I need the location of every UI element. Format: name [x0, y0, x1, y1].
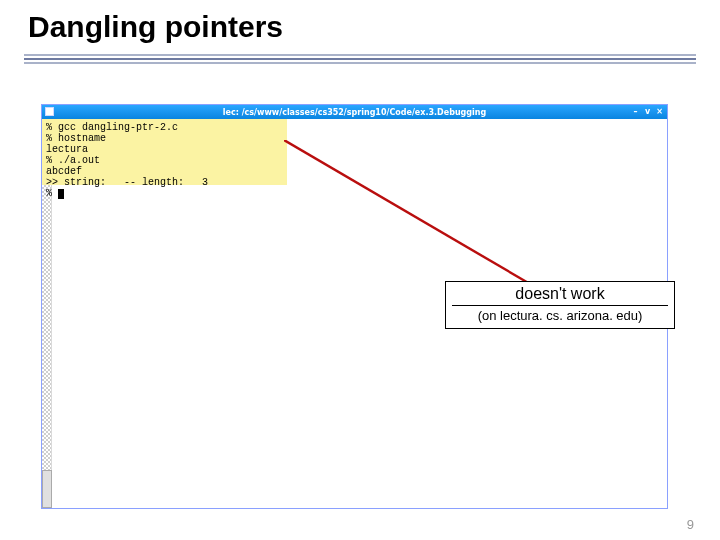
- window-close-button[interactable]: ×: [655, 107, 664, 116]
- window-restore-button[interactable]: v: [643, 107, 652, 116]
- window-title: lec: /cs/www/classes/cs352/spring10/Code…: [223, 108, 486, 117]
- title-underline: [24, 54, 696, 68]
- annotation-callout: doesn't work (on lectura. cs. arizona. e…: [445, 281, 675, 329]
- scrollbar-thumb[interactable]: [42, 470, 52, 508]
- slide-root: Dangling pointers lec: /cs/www/classes/c…: [0, 0, 720, 540]
- window-icon: [45, 107, 54, 116]
- window-buttons: – v ×: [631, 107, 664, 116]
- slide-title: Dangling pointers: [28, 10, 283, 44]
- callout-line2: (on lectura. cs. arizona. edu): [452, 308, 668, 323]
- callout-line1: doesn't work: [452, 285, 668, 306]
- page-number: 9: [687, 517, 694, 532]
- terminal-cursor-icon: [58, 189, 64, 199]
- terminal-text: % gcc dangling-ptr-2.c % hostname lectur…: [46, 122, 208, 199]
- window-titlebar[interactable]: lec: /cs/www/classes/cs352/spring10/Code…: [42, 105, 667, 119]
- window-minimize-button[interactable]: –: [631, 107, 640, 116]
